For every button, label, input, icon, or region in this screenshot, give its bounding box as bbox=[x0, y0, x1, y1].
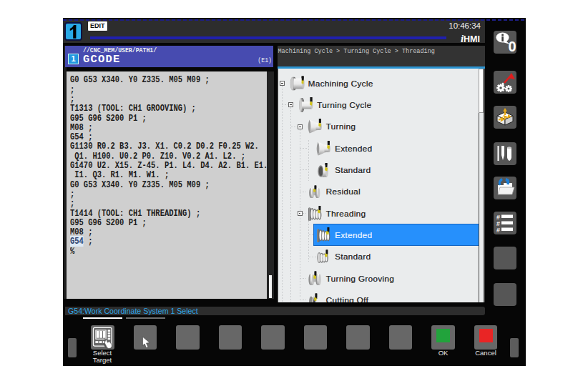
svg-text:#: # bbox=[496, 227, 500, 234]
svg-text:0: 0 bbox=[508, 39, 516, 54]
